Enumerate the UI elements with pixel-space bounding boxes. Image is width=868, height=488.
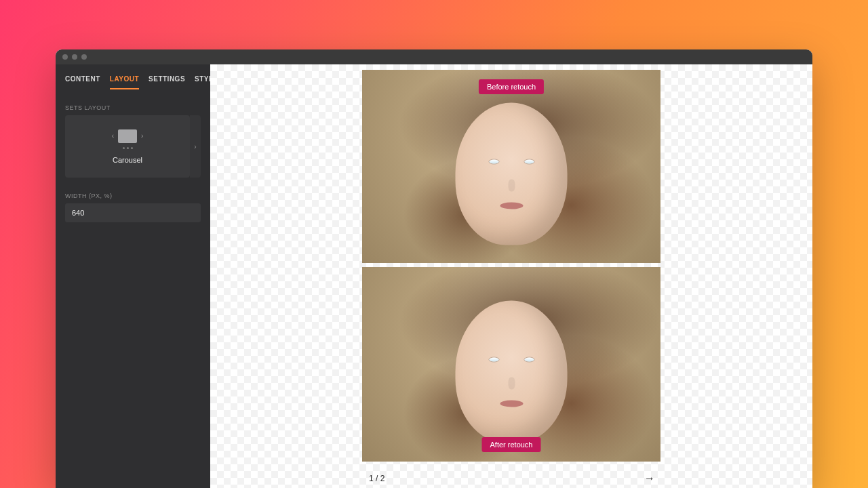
carousel-icon: ‹ › <box>112 129 144 143</box>
chevron-right-icon: › <box>194 143 196 150</box>
tab-content[interactable]: CONTENT <box>65 75 100 89</box>
width-input[interactable] <box>65 203 201 222</box>
after-badge: After retouch <box>482 437 541 452</box>
preview-canvas: Before retouch After retouch 1 / 2 → <box>210 64 812 488</box>
window-dot-min[interactable] <box>72 54 77 60</box>
layout-options-next[interactable]: › <box>190 115 201 178</box>
pager-next-button[interactable]: → <box>642 471 658 486</box>
carousel-dots-icon <box>123 147 133 149</box>
after-image: After retouch <box>362 267 660 462</box>
window-dot-close[interactable] <box>62 54 68 60</box>
chevron-right-icon: › <box>141 132 143 140</box>
width-label: WIDTH (PX, %) <box>56 178 210 203</box>
sets-layout-label: SETS LAYOUT <box>56 89 210 115</box>
sidebar-tabs: CONTENT LAYOUT SETTINGS STYLE <box>56 64 210 89</box>
before-image: Before retouch <box>362 70 660 263</box>
layout-option-label: Carousel <box>113 156 142 164</box>
carousel-pager: 1 / 2 → <box>362 466 660 486</box>
app-window: CONTENT LAYOUT SETTINGS STYLE SETS LAYOU… <box>56 49 812 488</box>
arrow-right-icon: → <box>644 472 655 484</box>
sidebar: CONTENT LAYOUT SETTINGS STYLE SETS LAYOU… <box>56 64 210 488</box>
window-dot-max[interactable] <box>81 54 87 60</box>
tab-layout[interactable]: LAYOUT <box>110 75 139 89</box>
window-titlebar <box>56 49 812 64</box>
before-badge: Before retouch <box>479 79 544 94</box>
tab-settings[interactable]: SETTINGS <box>149 75 185 89</box>
chevron-left-icon: ‹ <box>112 132 114 140</box>
pager-count: 1 / 2 <box>369 474 384 483</box>
layout-option-carousel[interactable]: ‹ › Carousel <box>65 115 190 178</box>
